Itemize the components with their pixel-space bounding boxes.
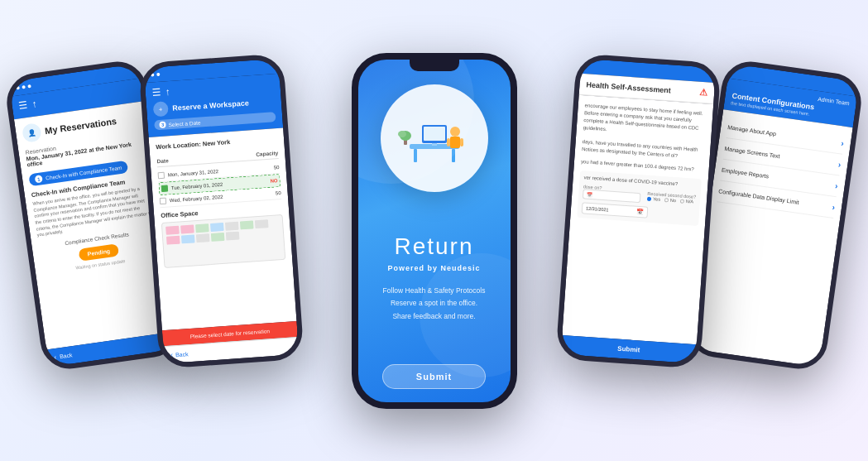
desk-pink-2 bbox=[180, 224, 194, 233]
phones-container: ☰ ↑ 👤 My Reservations Reservation Mon, J… bbox=[0, 0, 868, 461]
back-button-label: Back bbox=[60, 352, 73, 359]
phone2-back-label: Back bbox=[175, 351, 189, 358]
date-input-2[interactable]: 12/31/2021 📅 bbox=[582, 202, 649, 218]
desk-3 bbox=[196, 233, 210, 243]
upload-icon[interactable]: ↑ bbox=[31, 98, 38, 110]
compliance-step-number: 1 bbox=[35, 175, 43, 183]
chevron-icon-1: › bbox=[841, 138, 845, 147]
date-value: 12/31/2021 bbox=[586, 206, 609, 213]
phone-reserve-workspace: ☰ ↑ + Reserve a Workspace 3 Select a Dat… bbox=[138, 53, 304, 368]
submit-button[interactable]: Submit bbox=[382, 364, 486, 389]
bullet-1: Follow Health & Safety Protocols bbox=[383, 285, 486, 297]
radio-no[interactable]: No bbox=[664, 197, 676, 203]
checkbox-1[interactable] bbox=[158, 172, 165, 180]
checkbox-3[interactable] bbox=[160, 198, 167, 205]
phone3-text-section: Return Powered by Neudesic Follow Health… bbox=[383, 233, 486, 323]
radio-dot-yes bbox=[647, 196, 651, 200]
chevron-icon-4: › bbox=[832, 203, 836, 212]
status-dot bbox=[27, 84, 31, 89]
na-label: N/A bbox=[686, 199, 694, 204]
warning-icon: ⚠ bbox=[699, 87, 708, 98]
second-dose-section: Received second dose? Yes No bbox=[647, 191, 696, 204]
vaccine-section: ver received a dose of COVID-19 vaccine?… bbox=[577, 170, 702, 226]
my-reservations-title: My Reservations bbox=[44, 116, 117, 136]
back-arrow-icon: ‹ bbox=[54, 353, 57, 361]
chevron-icon-2: › bbox=[837, 160, 842, 169]
step-number: 3 bbox=[159, 121, 166, 128]
date-column-header: Date bbox=[156, 157, 169, 164]
health-submit-button[interactable]: Submit bbox=[567, 341, 690, 357]
status-dot bbox=[16, 86, 20, 90]
health-intro-text: encourage our employees to stay home if … bbox=[583, 102, 707, 140]
bullet-2: Reserve a spot in the office. bbox=[383, 297, 486, 310]
desk-green-3 bbox=[211, 233, 225, 242]
desk-1 bbox=[225, 222, 239, 231]
calendar-icon: 📅 bbox=[587, 192, 592, 197]
chevron-icon-3: › bbox=[835, 181, 839, 190]
capacity-column-header: Capacity bbox=[256, 150, 279, 157]
config-label-2: Manage Screens Text bbox=[724, 146, 780, 159]
capacity-3: 50 bbox=[276, 190, 281, 195]
phone2-header: ☰ ↑ + Reserve a Workspace 3 Select a Dat… bbox=[145, 74, 283, 137]
status-dot bbox=[151, 73, 154, 76]
radio-dot-na bbox=[680, 199, 684, 203]
back-chevron-icon: ‹ bbox=[170, 351, 174, 359]
checkbox-2[interactable] bbox=[161, 185, 169, 192]
capacity-2: NO bbox=[270, 178, 277, 184]
desk-blue-1 bbox=[210, 223, 224, 232]
radio-dot-no bbox=[664, 198, 669, 202]
status-icons-1 bbox=[16, 84, 31, 89]
hamburger-icon-2[interactable]: ☰ bbox=[151, 87, 161, 99]
desk-2 bbox=[255, 219, 269, 228]
return-title: Return bbox=[383, 233, 486, 260]
phone-notch bbox=[410, 60, 459, 71]
config-label-4: Configurable Data Display Limit bbox=[718, 188, 799, 205]
config-label-1: Manage About App bbox=[727, 124, 777, 137]
capacity-1: 50 bbox=[274, 165, 280, 170]
phone1-header-icons: ☰ ↑ bbox=[18, 98, 38, 112]
config-label-3: Employee Reports bbox=[722, 167, 770, 180]
desk-pink-3 bbox=[166, 236, 180, 245]
desk-blue-2 bbox=[181, 234, 195, 243]
calendar-icon-2: 📅 bbox=[636, 209, 645, 216]
phone2-content: Work Location: New York Date Capacity Mo… bbox=[149, 128, 297, 331]
phone3-screen: Return Powered by Neudesic Follow Health… bbox=[358, 60, 511, 402]
status-dot bbox=[156, 73, 160, 76]
desk-4 bbox=[226, 232, 240, 241]
phone-return-center: Return Powered by Neudesic Follow Health… bbox=[352, 53, 517, 409]
phone-health-assessment: Health Self-Assessment ⚠ encourage our e… bbox=[555, 53, 721, 368]
phone2-nav-icons: ☰ ↑ bbox=[151, 86, 170, 99]
health-title-row: Health Self-Assessment ⚠ bbox=[586, 79, 708, 98]
desk-green-1 bbox=[195, 223, 209, 233]
yes-label: Yes bbox=[653, 196, 660, 202]
step-label: Select a Date bbox=[168, 119, 200, 127]
no-label: No bbox=[670, 198, 676, 203]
hamburger-icon[interactable]: ☰ bbox=[18, 99, 29, 112]
radio-yes[interactable]: Yes bbox=[647, 196, 660, 202]
return-bullets: Follow Health & Safety Protocols Reserve… bbox=[383, 285, 486, 323]
desk-green-2 bbox=[240, 220, 254, 229]
bullet-3: Share feedback and more. bbox=[383, 310, 486, 323]
dose-label: dose on? 📅 bbox=[583, 184, 641, 203]
radio-na[interactable]: N/A bbox=[680, 199, 694, 204]
health-question-1: days, have you travelled to any countrie… bbox=[582, 138, 704, 161]
health-assessment-title: Health Self-Assessment bbox=[586, 80, 671, 94]
powered-by-text: Powered by Neudesic bbox=[383, 264, 486, 272]
phone4-content: encourage our employees to stay home if … bbox=[562, 95, 713, 345]
reserve-workspace-title: Reserve a Workspace bbox=[172, 98, 249, 112]
upload-icon-2[interactable]: ↑ bbox=[165, 86, 170, 98]
pending-badge: Pending bbox=[79, 243, 119, 261]
workspace-icon: + bbox=[153, 101, 169, 117]
status-dot bbox=[22, 85, 26, 89]
phone1-avatar-icon: 👤 bbox=[22, 122, 42, 143]
compliance-badge-label: Check-In with Compliance Team bbox=[46, 165, 122, 181]
floor-plan bbox=[161, 214, 285, 268]
desk-pink-1 bbox=[165, 226, 180, 235]
status-icons-2 bbox=[151, 73, 160, 77]
